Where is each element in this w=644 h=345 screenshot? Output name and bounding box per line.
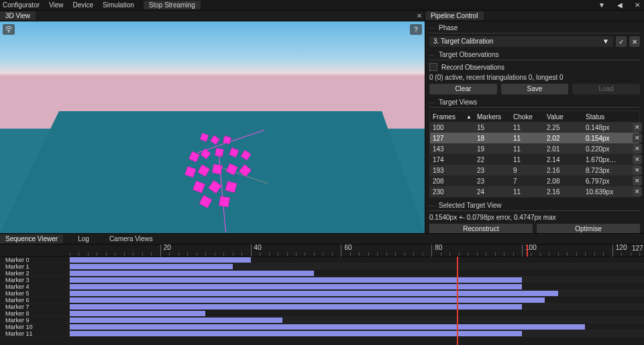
menu-view[interactable]: View — [49, 1, 64, 9]
optimise-button[interactable]: Optimise — [537, 224, 640, 233]
phase-accept-button[interactable]: ✓ — [616, 36, 627, 47]
table-row[interactable]: 2082372.086.797px✕ — [430, 176, 639, 186]
row-delete-button[interactable]: ✕ — [633, 144, 642, 153]
record-observations-checkbox[interactable] — [429, 63, 437, 71]
table-row[interactable]: 10015112.250.148px✕ — [430, 122, 639, 133]
wifi-icon[interactable] — [3, 24, 15, 35]
menu-simulation[interactable]: Simulation — [103, 1, 134, 9]
track-row[interactable]: Marker 6 — [0, 297, 644, 303]
track-lane[interactable] — [70, 257, 644, 263]
track-lane[interactable] — [70, 330, 644, 336]
track-row[interactable]: Marker 9 — [0, 317, 644, 324]
track-lane[interactable] — [70, 310, 644, 316]
3d-view-close-icon[interactable]: ✕ — [417, 12, 422, 19]
col-value[interactable]: Value — [547, 113, 586, 121]
track-row[interactable]: Marker 1 — [0, 263, 644, 270]
save-button[interactable]: Save — [501, 84, 569, 94]
track-segment[interactable] — [70, 284, 522, 289]
reconstruct-button[interactable]: Reconstruct — [429, 224, 533, 233]
track-segment[interactable] — [70, 324, 585, 330]
tab-sequence-viewer[interactable]: Sequence Viewer — [0, 234, 63, 243]
pipeline-tabs: Pipeline Control — [425, 11, 644, 21]
cell-markers: 15 — [477, 124, 513, 131]
table-row[interactable]: 1932392.168.723px✕ — [430, 165, 639, 176]
track-lane[interactable] — [70, 324, 644, 330]
tab-3d-view[interactable]: 3D View — [0, 11, 36, 20]
menu-configurator[interactable]: Configurator — [3, 1, 40, 9]
svg-point-24 — [8, 31, 9, 33]
phase-select[interactable]: 3. Target Calibration ▼ — [429, 36, 613, 47]
cell-frames: 208 — [433, 178, 466, 185]
phase-cancel-button[interactable]: ✕ — [629, 36, 640, 47]
track-row[interactable]: Marker 2 — [0, 270, 644, 277]
track-lane[interactable] — [70, 283, 644, 289]
col-markers[interactable]: Markers — [477, 113, 513, 121]
track-lane[interactable] — [70, 297, 644, 303]
track-lane[interactable] — [70, 303, 644, 309]
track-segment[interactable] — [70, 291, 558, 296]
table-row[interactable]: 12718112.020.154px✕ — [430, 133, 639, 143]
col-frames[interactable]: Frames — [433, 113, 466, 121]
track-segment[interactable] — [70, 297, 545, 303]
table-row[interactable]: 23024112.1610.639px✕ — [430, 186, 639, 197]
track-row[interactable]: Marker 11 — [0, 330, 644, 337]
clear-button[interactable]: Clear — [429, 84, 497, 94]
playhead[interactable] — [457, 257, 458, 345]
track-row[interactable]: Marker 5 — [0, 290, 644, 297]
ruler-major-tick: 60 — [341, 245, 341, 257]
track-segment[interactable] — [70, 331, 522, 336]
cell-value: 2.25 — [547, 124, 586, 131]
track-label: Marker 7 — [0, 303, 70, 309]
row-delete-button[interactable]: ✕ — [633, 165, 642, 175]
window-dropdown-icon[interactable]: ▼ — [597, 1, 606, 9]
table-header[interactable]: Frames ▲ Markers Choke Value Status — [430, 111, 639, 122]
sequence-viewer-panel: Sequence Viewer Log Camera Views 2040608… — [0, 233, 644, 345]
row-delete-button[interactable]: ✕ — [633, 123, 642, 132]
3d-viewport[interactable]: ? — [0, 21, 425, 233]
track-segment[interactable] — [70, 318, 282, 323]
menu-device[interactable]: Device — [73, 1, 94, 9]
track-lane[interactable] — [70, 263, 644, 269]
row-delete-button[interactable]: ✕ — [633, 176, 642, 186]
track-row[interactable]: Marker 4 — [0, 283, 644, 290]
row-delete-button[interactable]: ✕ — [633, 133, 642, 143]
tab-pipeline-control[interactable]: Pipeline Control — [425, 11, 484, 20]
track-label: Marker 9 — [0, 317, 70, 323]
phase-select-value: 3. Target Calibration — [433, 38, 493, 45]
track-segment[interactable] — [70, 271, 314, 276]
tab-log[interactable]: Log — [72, 234, 95, 243]
ruler-major-tick: 80 — [431, 245, 432, 257]
table-row[interactable]: 14319112.010.220px✕ — [430, 143, 639, 154]
track-row[interactable]: Marker 3 — [0, 277, 644, 283]
track-lane[interactable] — [70, 270, 644, 276]
playhead[interactable] — [527, 245, 528, 257]
timeline-ruler[interactable]: 20406080100120127 — [0, 245, 644, 257]
track-segment[interactable] — [70, 277, 522, 283]
pipeline-control-panel: Pipeline Control Phase 3. Target Calibra… — [425, 11, 644, 233]
stop-streaming-button[interactable]: Stop Streaming — [144, 1, 201, 9]
tab-camera-views[interactable]: Camera Views — [104, 234, 158, 243]
track-row[interactable]: Marker 0 — [0, 257, 644, 263]
track-segment[interactable] — [70, 264, 233, 269]
track-row[interactable]: Marker 10 — [0, 324, 644, 330]
col-choke[interactable]: Choke — [513, 113, 547, 121]
cell-markers: 23 — [477, 167, 513, 174]
table-row[interactable]: 17422112.141.670px…✕ — [430, 154, 639, 165]
row-delete-button[interactable]: ✕ — [633, 187, 642, 196]
track-lane[interactable] — [70, 277, 644, 283]
track-segment[interactable] — [70, 257, 251, 263]
track-row[interactable]: Marker 7 — [0, 303, 644, 310]
track-row[interactable]: Marker 8 — [0, 310, 644, 317]
help-icon[interactable]: ? — [410, 24, 422, 35]
window-close-icon[interactable]: ✕ — [633, 1, 641, 9]
track-lane[interactable] — [70, 317, 644, 323]
track-segment[interactable] — [70, 304, 522, 309]
timeline-tracks[interactable]: Marker 0Marker 1Marker 2Marker 3Marker 4… — [0, 257, 644, 345]
col-status[interactable]: Status — [586, 113, 633, 121]
row-delete-button[interactable]: ✕ — [633, 155, 642, 164]
track-lane[interactable] — [70, 290, 644, 296]
window-back-icon[interactable]: ◀ — [616, 1, 624, 9]
track-segment[interactable] — [70, 311, 205, 316]
cell-status: 1.670px… — [586, 156, 633, 163]
svg-rect-16 — [212, 164, 222, 174]
